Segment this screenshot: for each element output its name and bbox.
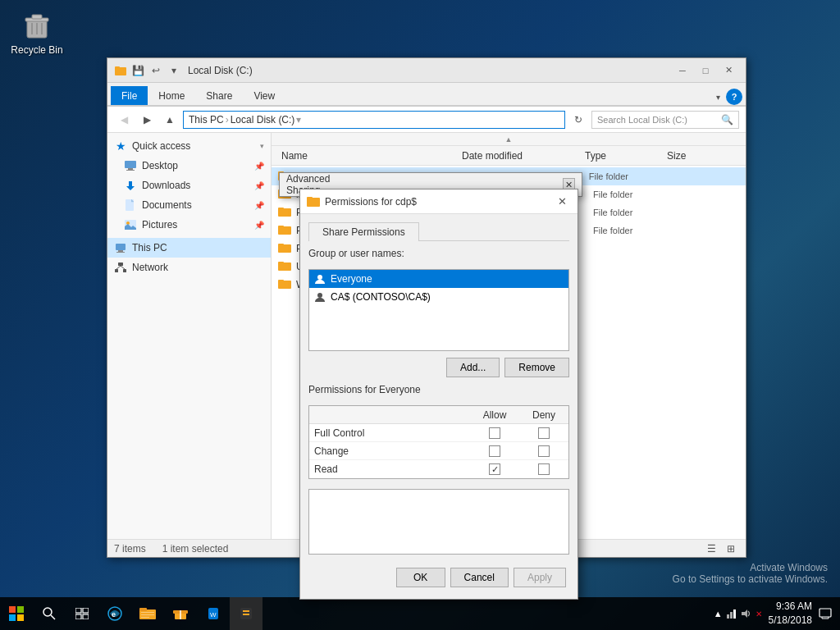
ok-button[interactable]: OK — [396, 568, 445, 587]
change-allow-checkbox[interactable] — [489, 445, 500, 457]
group-user-label: Group or user names: — [308, 248, 569, 259]
permissions-footer-area — [308, 489, 569, 555]
permissions-title-bar: Permissions for cdp$ ✕ — [300, 189, 578, 214]
user-everyone-label: Everyone — [331, 273, 372, 285]
change-deny-checkbox[interactable] — [538, 445, 550, 457]
perm-col-allow: Allow — [470, 409, 519, 421]
everyone-user-icon — [314, 273, 326, 285]
perm-row-full-control: Full Control — [309, 424, 568, 442]
permissions-action-buttons: OK Cancel Apply — [308, 561, 569, 591]
permissions-folder-icon — [307, 195, 320, 208]
permissions-content: Share Permissions Group or user names: E… — [300, 214, 578, 599]
add-user-button[interactable]: Add... — [446, 358, 500, 377]
perm-full-control-label: Full Control — [309, 427, 470, 439]
svg-rect-37 — [307, 197, 313, 199]
full-control-deny-checkbox[interactable] — [538, 427, 550, 439]
svg-point-38 — [317, 275, 322, 280]
full-control-allow-checkbox[interactable] — [489, 427, 500, 439]
perm-change-deny[interactable] — [519, 445, 568, 457]
perm-change-label: Change — [309, 445, 470, 457]
user-list-box[interactable]: Everyone CA$ (CONTOSO\CA$) — [308, 269, 569, 351]
perm-read-allow[interactable] — [470, 463, 519, 475]
read-allow-checkbox[interactable] — [489, 463, 500, 475]
svg-point-39 — [317, 293, 322, 298]
permissions-table: Allow Deny Full Control — [308, 405, 569, 479]
user-ca[interactable]: CA$ (CONTOSO\CA$) — [309, 288, 568, 306]
perm-change-allow[interactable] — [470, 445, 519, 457]
cancel-button[interactable]: Cancel — [450, 568, 509, 587]
remove-user-button[interactable]: Remove — [504, 358, 569, 377]
perm-read-label: Read — [309, 463, 470, 475]
permissions-close-button[interactable]: ✕ — [553, 193, 571, 211]
dialog-overlay: Advanced Sharing ✕ Permissions for cdp$ … — [0, 0, 840, 630]
desktop: Recycle Bin 💾 ↩ ▾ Local Disk (C:) ─ □ ✕ — [0, 0, 840, 630]
read-deny-checkbox[interactable] — [538, 463, 550, 475]
user-buttons: Add... Remove — [308, 358, 569, 377]
permissions-tabs: Share Permissions — [308, 222, 569, 241]
permissions-title-text: Permissions for cdp$ — [325, 196, 553, 208]
permissions-for-label: Permissions for Everyone — [308, 384, 569, 395]
perm-full-control-deny[interactable] — [519, 427, 568, 439]
permissions-dialog: Permissions for cdp$ ✕ Share Permissions… — [299, 189, 578, 600]
ca-user-icon — [314, 291, 326, 303]
perm-row-read: Read — [309, 460, 568, 478]
perm-col-deny: Deny — [519, 409, 568, 421]
user-everyone[interactable]: Everyone — [309, 270, 568, 288]
apply-button[interactable]: Apply — [514, 568, 566, 587]
share-permissions-tab[interactable]: Share Permissions — [308, 222, 419, 241]
user-ca-label: CA$ (CONTOSO\CA$) — [331, 291, 431, 303]
perm-row-change: Change — [309, 442, 568, 460]
perm-read-deny[interactable] — [519, 463, 568, 475]
perm-full-control-allow[interactable] — [470, 427, 519, 439]
permissions-table-header: Allow Deny — [309, 406, 568, 424]
